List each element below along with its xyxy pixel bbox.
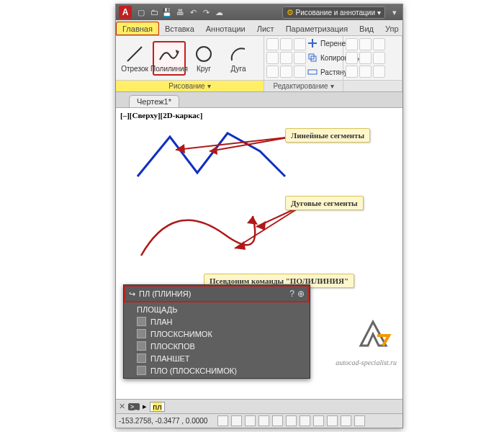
grid-icon[interactable] bbox=[346, 38, 358, 50]
arc-button[interactable]: Дуга bbox=[222, 42, 255, 75]
save-icon[interactable]: 💾 bbox=[162, 7, 172, 17]
tab-layout[interactable]: Лист bbox=[251, 22, 280, 35]
tab-home[interactable]: Главная bbox=[116, 22, 159, 35]
polyline-button[interactable]: Полилиния bbox=[153, 41, 186, 76]
tab-view[interactable]: Вид bbox=[354, 22, 379, 35]
status-toggle[interactable] bbox=[327, 415, 338, 426]
grid-icon[interactable] bbox=[294, 38, 306, 50]
grid-icon[interactable] bbox=[280, 52, 292, 64]
grid-icon[interactable] bbox=[359, 38, 372, 50]
arc-label: Дуга bbox=[231, 65, 246, 73]
grid-icon[interactable] bbox=[346, 66, 358, 78]
circle-icon bbox=[193, 44, 215, 64]
grid-icon[interactable] bbox=[294, 52, 306, 64]
svg-marker-6 bbox=[247, 216, 258, 225]
autocomplete-item[interactable]: ПЛОСКСНИМОК bbox=[124, 328, 310, 340]
workspace-selector[interactable]: ⚙ Рисование и аннотации ▾ bbox=[282, 6, 385, 19]
panel-draw-title[interactable]: Рисование ▾ bbox=[116, 80, 264, 91]
autocomplete-item[interactable]: ПЛАНШЕТ bbox=[124, 352, 310, 364]
cloud-icon[interactable]: ☁ bbox=[214, 7, 224, 17]
cmd-icon bbox=[137, 341, 146, 351]
line-label: Отрезок bbox=[121, 65, 148, 73]
status-toggle[interactable] bbox=[217, 415, 228, 426]
gear-icon: ⚙ bbox=[287, 8, 294, 17]
grid-icon[interactable] bbox=[280, 66, 292, 78]
title-bar: A ▢ 🗀 💾 🖶 ↶ ↷ ☁ ⚙ Рисование и аннотации … bbox=[116, 4, 402, 20]
status-toggle[interactable] bbox=[300, 415, 310, 426]
undo-icon[interactable]: ↶ bbox=[188, 7, 198, 17]
ribbon: Отрезок Полилиния Круг Дуга bbox=[116, 36, 402, 92]
panel-extra-title bbox=[343, 80, 402, 91]
grid-icon[interactable] bbox=[359, 66, 372, 78]
panel-draw: Отрезок Полилиния Круг Дуга bbox=[116, 36, 264, 91]
grid-icon[interactable] bbox=[266, 66, 279, 78]
watermark: autocad-specialist.ru bbox=[336, 359, 397, 366]
panel-edit-title[interactable]: Редактирование ▾ bbox=[264, 80, 343, 91]
app-logo[interactable]: A bbox=[119, 6, 132, 19]
new-icon[interactable]: ▢ bbox=[136, 7, 146, 17]
drawing-canvas[interactable]: [–][Сверху][2D-каркас] Линейные сегменты… bbox=[116, 108, 402, 399]
close-icon[interactable]: ✕ bbox=[119, 402, 125, 411]
brand-logo-icon bbox=[357, 318, 392, 348]
panel-modify-icons: Перенести Копировать Растянуть Редактиро… bbox=[264, 36, 343, 91]
chevron-down-icon: ▾ bbox=[377, 9, 381, 17]
status-toggle[interactable] bbox=[245, 415, 256, 426]
grid-icon[interactable] bbox=[359, 52, 372, 64]
status-toggle[interactable] bbox=[286, 415, 297, 426]
status-toggle[interactable] bbox=[272, 415, 283, 426]
globe-icon[interactable]: ⊕ bbox=[297, 289, 305, 299]
cmd-arrow-icon: ▸ bbox=[143, 402, 147, 411]
status-toggle[interactable] bbox=[258, 415, 269, 426]
chevron-down-icon: ▾ bbox=[330, 82, 334, 90]
grid-icon[interactable] bbox=[280, 38, 292, 50]
svg-line-9 bbox=[176, 137, 292, 150]
command-line[interactable]: ✕ >_ ▸ пл bbox=[116, 399, 402, 413]
autocomplete-item[interactable]: ПЛАН bbox=[124, 315, 310, 328]
svg-line-0 bbox=[127, 47, 142, 61]
print-icon[interactable]: 🖶 bbox=[175, 7, 185, 17]
grid-icon[interactable] bbox=[373, 66, 385, 78]
overflow-icon[interactable]: ▾ bbox=[390, 7, 400, 17]
svg-point-2 bbox=[197, 47, 211, 61]
autocomplete-item[interactable]: ПЛОСКПОВ bbox=[124, 340, 310, 352]
autocomplete-item[interactable]: ПЛОЩАДЬ bbox=[124, 304, 310, 315]
tab-param[interactable]: Параметризация bbox=[280, 22, 354, 35]
autocomplete-selected-label: ПЛ (ПЛИНИЯ) bbox=[139, 289, 191, 298]
command-autocomplete: ↪ ПЛ (ПЛИНИЯ) ?⊕ ПЛОЩАДЬ ПЛАН ПЛОСКСНИМО… bbox=[123, 284, 310, 379]
cmd-prompt-icon: >_ bbox=[128, 403, 140, 410]
command-input[interactable]: пл bbox=[150, 402, 164, 412]
redo-icon[interactable]: ↷ bbox=[201, 7, 211, 17]
grid-icon[interactable] bbox=[373, 52, 385, 64]
cmd-icon bbox=[137, 354, 146, 363]
status-toggle[interactable] bbox=[354, 415, 365, 426]
grid-icon[interactable] bbox=[294, 66, 306, 78]
tab-annotate[interactable]: Аннотации bbox=[200, 22, 251, 35]
grid-icon[interactable] bbox=[266, 38, 279, 50]
grid-icon[interactable] bbox=[373, 38, 385, 50]
status-toggle[interactable] bbox=[341, 415, 351, 426]
autocomplete-item[interactable]: ПЛО (ПЛОСКСНИМОК) bbox=[124, 364, 310, 377]
line-icon bbox=[124, 44, 145, 64]
grid-icon[interactable] bbox=[266, 52, 279, 64]
circle-label: Круг bbox=[197, 65, 211, 73]
tab-manage[interactable]: Упр bbox=[379, 22, 405, 35]
arc-icon bbox=[228, 44, 249, 64]
document-tab[interactable]: Чертеж1* bbox=[129, 95, 179, 107]
callout-arc: Дуговые сегменты bbox=[285, 196, 364, 210]
status-toggle[interactable] bbox=[231, 415, 242, 426]
modify-grid bbox=[266, 38, 306, 78]
grid-icon[interactable] bbox=[346, 52, 358, 64]
svg-rect-5 bbox=[308, 70, 317, 74]
open-icon[interactable]: 🗀 bbox=[149, 7, 159, 17]
polyline-label: Полилиния bbox=[150, 65, 188, 73]
autocomplete-selected[interactable]: ↪ ПЛ (ПЛИНИЯ) ?⊕ bbox=[124, 285, 310, 302]
line-button[interactable]: Отрезок bbox=[118, 42, 151, 75]
tab-insert[interactable]: Вставка bbox=[159, 22, 200, 35]
chevron-down-icon: ▾ bbox=[207, 82, 211, 90]
status-bar: -153.2758, -0.3477 , 0.0000 bbox=[116, 413, 402, 428]
cmd-icon bbox=[137, 317, 146, 326]
svg-line-11 bbox=[235, 205, 303, 248]
status-toggle[interactable] bbox=[313, 415, 324, 426]
help-icon[interactable]: ? bbox=[289, 289, 294, 299]
circle-button[interactable]: Круг bbox=[187, 42, 220, 75]
